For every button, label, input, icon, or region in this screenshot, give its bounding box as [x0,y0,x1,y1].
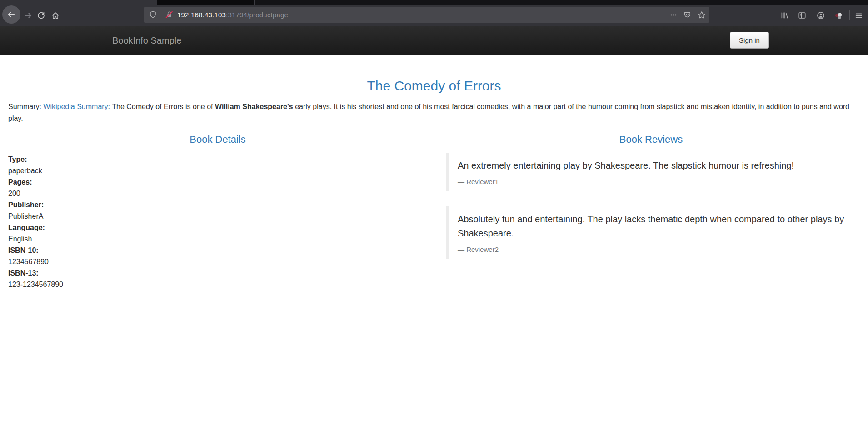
home-icon [51,11,60,20]
review-author: — Reviewer1 [458,178,852,185]
book-reviews-heading: Book Reviews [441,134,861,145]
tracking-protection-shield-icon[interactable] [149,11,157,19]
address-path: :31794/productpage [226,11,288,19]
reload-icon [37,12,45,20]
page-title: The Comedy of Errors [0,79,868,93]
sidebar-button[interactable] [796,5,808,26]
tab-separator [613,0,613,5]
url-bar[interactable]: 192.168.43.103:31794/productpage [144,7,709,23]
sign-in-button[interactable]: Sign in [730,32,769,49]
bookmark-button[interactable] [698,11,706,19]
forward-arrow-icon [24,11,32,20]
home-button[interactable] [49,5,62,26]
insecure-lock-icon[interactable] [165,11,173,19]
forward-button[interactable] [22,5,34,26]
tab-separator [254,0,255,5]
detail-label: Type: [8,154,427,165]
pocket-icon [683,11,691,19]
address-text[interactable]: 192.168.43.103:31794/productpage [177,11,288,19]
hamburger-menu-icon [855,12,863,20]
page-actions-button[interactable] [670,11,677,19]
review-author: — Reviewer2 [458,246,852,253]
review-text: Absolutely fun and entertaining. The pla… [458,212,851,241]
back-arrow-icon [7,10,15,19]
sidebar-icon [798,11,806,20]
detail-label: Publisher: [8,199,427,210]
reload-button[interactable] [35,5,47,26]
summary-text: : The Comedy of Errors is one of [108,103,215,110]
reviews-list: An extremely entertaining play by Shakes… [441,153,861,259]
browser-tab-strip [0,0,868,5]
tab-strip-background [254,0,868,5]
library-icon [780,11,788,20]
address-host: 192.168.43.103 [177,11,226,19]
review-item: Absolutely fun and entertaining. The pla… [446,206,861,259]
detail-value: 1234567890 [8,256,427,267]
menu-button[interactable] [852,5,865,26]
detail-label: Pages: [8,176,427,188]
back-button[interactable] [2,5,20,24]
review-text: An extremely entertaining play by Shakes… [458,159,851,173]
review-item: An extremely entertaining play by Shakes… [446,153,861,191]
product-page: The Comedy of Errors Summary: Wikipedia … [0,79,868,290]
book-details-list: Type: paperback Pages: 200 Publisher: Pu… [8,154,427,290]
site-navbar: BookInfo Sample Sign in [0,26,868,55]
detail-value: PublisherA [8,210,427,222]
detail-value: 123-1234567890 [8,279,427,290]
summary-label: Summary: [8,103,43,110]
account-button[interactable] [814,5,827,26]
toolbar-divider [849,10,850,20]
detail-label: Language: [8,222,427,233]
detail-value: English [8,233,427,245]
book-reviews-column: Book Reviews An extremely entertaining p… [434,125,868,274]
extension-button[interactable] [832,5,845,26]
extension-spheres-icon [834,11,843,20]
book-summary: Summary: Wikipedia Summary: The Comedy o… [8,101,860,125]
detail-value: 200 [8,188,427,199]
summary-author-bold: William Shakespeare's [215,103,293,110]
ellipsis-icon [670,11,677,19]
book-details-heading: Book Details [8,134,427,145]
detail-label: ISBN-13: [8,267,427,279]
wikipedia-summary-link[interactable]: Wikipedia Summary [43,103,108,110]
account-icon [817,11,825,20]
browser-toolbar: 192.168.43.103:31794/productpage [0,5,868,26]
book-details-column: Book Details Type: paperback Pages: 200 … [0,125,434,290]
star-icon [698,11,706,19]
detail-value: paperback [8,165,427,176]
detail-label: ISBN-10: [8,245,427,256]
pocket-button[interactable] [683,11,691,19]
content-columns: Book Details Type: paperback Pages: 200 … [0,125,868,290]
urlbar-divider [161,10,161,20]
library-button[interactable] [778,5,791,26]
active-tab-stub[interactable] [0,0,157,5]
navbar-brand[interactable]: BookInfo Sample [112,26,181,55]
